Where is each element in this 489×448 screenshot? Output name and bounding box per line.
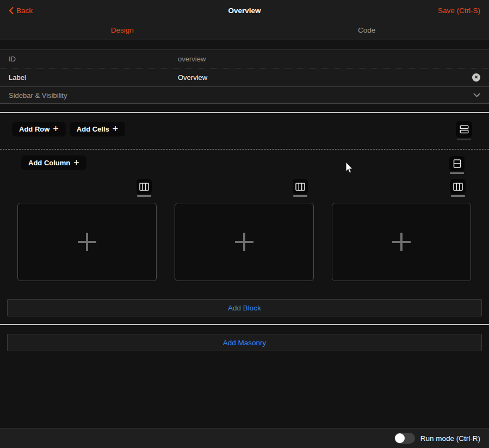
- toolbar-buttons: Add Row + Add Cells +: [12, 122, 125, 136]
- add-cells-label: Add Cells: [77, 125, 109, 133]
- x-circle-icon[interactable]: ✕: [472, 73, 480, 82]
- icon-underline: [450, 172, 464, 174]
- row-toolbar: Add Row + Add Cells +: [0, 113, 489, 150]
- back-label: Back: [16, 7, 33, 15]
- chevron-down-icon: [473, 93, 480, 97]
- header-bar: Back Overview Save (Ctrl-S): [0, 0, 489, 21]
- add-cells-button[interactable]: Add Cells +: [70, 122, 125, 136]
- cell1-layout-control: [137, 179, 152, 197]
- plus-icon: [392, 233, 411, 251]
- icon-underline: [293, 195, 307, 197]
- add-masonry-button[interactable]: Add Masonry: [7, 334, 482, 351]
- back-button[interactable]: Back: [9, 7, 33, 15]
- add-column-button[interactable]: Add Column +: [21, 155, 86, 170]
- add-column-label: Add Column: [28, 159, 70, 167]
- plus-icon: [78, 233, 96, 251]
- add-block-button[interactable]: Add Block: [7, 299, 482, 316]
- plus-icon: [235, 233, 253, 251]
- label-label: Label: [9, 73, 178, 82]
- row-layout-control: [456, 121, 472, 140]
- label-row: Label Overview ✕: [0, 69, 489, 87]
- label-input[interactable]: Overview: [178, 73, 472, 82]
- run-mode-toggle[interactable]: [394, 433, 415, 444]
- tab-bar: Design Code: [0, 21, 489, 40]
- add-row-label: Add Row: [19, 125, 49, 133]
- section-gap: [0, 316, 489, 324]
- section-gap: [0, 325, 489, 334]
- id-row: ID overview: [0, 50, 489, 69]
- cell3-layout-control: [450, 179, 466, 197]
- add-row-button[interactable]: Add Row +: [12, 122, 66, 136]
- page-title: Overview: [0, 7, 489, 15]
- columns-icon[interactable]: [293, 179, 308, 194]
- id-label: ID: [9, 55, 178, 63]
- bottom-bar: Run mode (Ctrl-R): [0, 428, 489, 448]
- grid-cell[interactable]: [332, 203, 471, 281]
- section-gap: [0, 40, 489, 50]
- save-button[interactable]: Save (Ctrl-S): [438, 7, 480, 15]
- split-rows-icon[interactable]: [449, 156, 465, 171]
- grid-cells: [0, 203, 489, 281]
- tab-code[interactable]: Code: [245, 21, 489, 40]
- grid-cell[interactable]: [17, 203, 157, 281]
- run-mode-label: Run mode (Ctrl-R): [420, 434, 480, 443]
- toggle-knob: [395, 433, 405, 443]
- cell2-layout-control: [293, 179, 308, 197]
- columns-icon[interactable]: [137, 179, 152, 194]
- icon-underline: [457, 139, 471, 140]
- column-layout-control: [449, 156, 465, 174]
- icon-underline: [137, 195, 151, 197]
- icon-underline: [451, 195, 465, 197]
- columns-icon[interactable]: [450, 179, 466, 194]
- sidebar-visibility-row[interactable]: Sidebar & Visibility: [0, 87, 489, 104]
- rows-icon[interactable]: [456, 121, 472, 138]
- column-section: Add Column +: [0, 150, 489, 351]
- properties-form: ID overview Label Overview ✕ Sidebar & V…: [0, 50, 489, 104]
- chevron-left-icon: [9, 7, 14, 14]
- dashboard-editor: Back Overview Save (Ctrl-S) Design Code …: [0, 0, 489, 448]
- sidebar-visibility-label: Sidebar & Visibility: [9, 91, 178, 99]
- editor-gap: [0, 104, 489, 112]
- add-column-row: Add Column +: [0, 150, 489, 178]
- tab-design[interactable]: Design: [0, 21, 245, 40]
- grid-cell[interactable]: [175, 203, 314, 281]
- cell-header-row: [0, 178, 489, 203]
- id-value[interactable]: overview: [178, 55, 480, 63]
